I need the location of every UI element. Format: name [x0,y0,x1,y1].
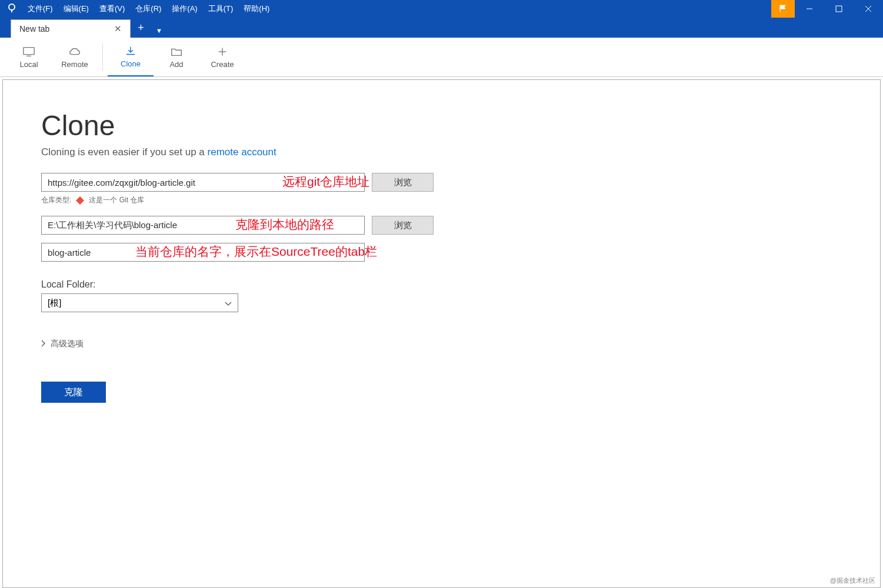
page-subtitle: Cloning is even easier if you set up a r… [41,146,842,158]
menu-action[interactable]: 操作(A) [166,0,202,18]
close-button[interactable] [854,0,883,18]
local-folder-value: [根] [48,298,61,309]
notification-flag-button[interactable] [771,0,795,18]
chevron-down-icon [225,298,232,308]
svg-point-0 [9,4,15,10]
repo-url-input[interactable] [41,173,365,192]
toolbar-add[interactable]: Add [154,38,199,76]
browse-path-button[interactable]: 浏览 [372,216,434,235]
toolbar-remote-label: Remote [61,60,88,69]
menu-repo[interactable]: 仓库(R) [130,0,166,18]
toolbar-clone[interactable]: Clone [108,38,154,76]
app-icon [7,4,16,15]
svg-rect-3 [836,6,842,12]
page-title: Clone [41,109,842,142]
browse-url-button[interactable]: 浏览 [372,173,434,192]
tab-label: New tab [19,24,49,34]
menu-file[interactable]: 文件(F) [22,0,58,18]
title-bar: 文件(F) 编辑(E) 查看(V) 仓库(R) 操作(A) 工具(T) 帮助(H… [0,0,883,18]
tab-close-icon[interactable]: ✕ [114,24,122,34]
local-folder-select[interactable]: [根] [41,293,238,312]
toolbar-clone-label: Clone [121,59,141,68]
toolbar-add-label: Add [169,60,183,69]
monitor-icon [22,46,35,58]
git-icon [76,196,84,205]
toolbar-remote[interactable]: Remote [52,38,98,76]
toolbar-create-label: Create [211,60,234,69]
cloud-icon [68,46,81,58]
maximize-button[interactable] [824,0,854,18]
toolbar-divider [102,44,103,71]
clone-button[interactable]: 克隆 [41,382,106,403]
svg-rect-1 [11,9,12,12]
svg-rect-10 [76,196,84,205]
local-path-input[interactable] [41,216,365,235]
menu-edit[interactable]: 编辑(E) [58,0,94,18]
advanced-label: 高级选项 [51,339,84,349]
tab-bar: New tab ✕ + ▼ [0,18,883,38]
toolbar-local-label: Local [19,60,38,69]
plus-icon [216,46,229,58]
tab-add-button[interactable]: + [131,18,151,38]
download-icon [124,45,137,57]
remote-account-link[interactable]: remote account [208,146,276,158]
tab-new[interactable]: New tab ✕ [11,19,131,38]
toolbar-local[interactable]: Local [6,38,52,76]
repo-type-label: 仓库类型: [41,195,71,205]
chevron-right-icon [41,339,46,349]
tab-dropdown-icon[interactable]: ▼ [151,24,167,38]
advanced-options-toggle[interactable]: 高级选项 [41,339,842,349]
menu-help[interactable]: 帮助(H) [238,0,275,18]
menu-view[interactable]: 查看(V) [94,0,130,18]
toolbar: Local Remote Clone Add Create [0,38,883,77]
svg-rect-6 [24,47,34,54]
repo-type-text: 这是一个 Git 仓库 [89,195,144,205]
repo-type-row: 仓库类型: 这是一个 Git 仓库 [41,195,842,205]
menu-tools[interactable]: 工具(T) [203,0,239,18]
content-area: Clone Cloning is even easier if you set … [2,79,881,588]
watermark: @掘金技术社区 [830,576,875,585]
repo-name-input[interactable] [41,243,365,262]
minimize-button[interactable] [795,0,824,18]
toolbar-create[interactable]: Create [199,38,245,76]
folder-icon [170,46,183,58]
local-folder-label: Local Folder: [41,279,842,290]
